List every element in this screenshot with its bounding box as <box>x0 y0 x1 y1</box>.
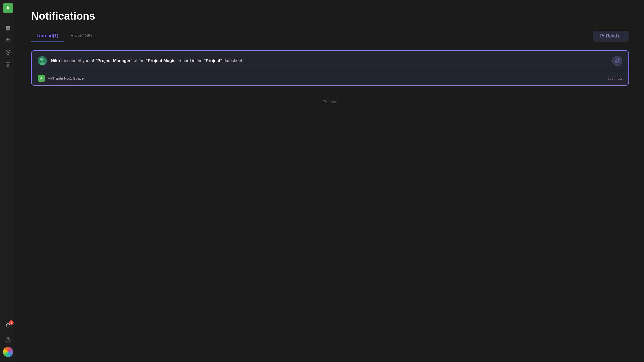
svg-rect-1 <box>8 26 10 28</box>
sidebar-gradient-avatar[interactable] <box>3 347 13 357</box>
sidebar-item-home[interactable] <box>3 23 13 33</box>
read-all-label: Read all <box>606 33 623 39</box>
notification-badge: 1 <box>9 320 14 325</box>
svg-point-8 <box>7 64 9 65</box>
space-name: APITable No.1 Space <box>48 76 608 80</box>
svg-point-13 <box>40 62 45 65</box>
notification-text: Niko mentioned you at "Project Manager" … <box>51 58 612 64</box>
timestamp: Just now <box>608 76 622 80</box>
tab-read[interactable]: Read(138) <box>64 30 98 42</box>
sidebar-item-shield[interactable] <box>3 59 13 69</box>
sidebar: A ⌄ <box>0 0 16 362</box>
sidebar-help-icon[interactable] <box>3 335 13 345</box>
chevron-down-icon[interactable]: ⌄ <box>7 15 10 19</box>
space-avatar: A <box>38 75 45 82</box>
notification-bell-button[interactable] <box>612 56 622 66</box>
tabs-row: Unread(1) Read(138) Read all <box>31 30 629 42</box>
svg-point-10 <box>8 341 8 341</box>
svg-rect-0 <box>6 26 8 28</box>
actor-name: Niko <box>51 58 60 63</box>
sidebar-item-users[interactable] <box>3 35 13 45</box>
niko-avatar <box>38 56 47 65</box>
main-content: Notifications Unread(1) Read(138) Read a… <box>16 0 644 362</box>
notification-card[interactable]: Niko mentioned you at "Project Manager" … <box>31 50 629 86</box>
end-label: The end <box>31 100 629 104</box>
svg-point-7 <box>8 52 9 53</box>
svg-point-5 <box>8 38 10 40</box>
notification-sub-row: A APITable No.1 Space Just now <box>32 71 628 85</box>
svg-rect-3 <box>8 28 10 30</box>
tab-unread[interactable]: Unread(1) <box>31 30 64 42</box>
bell-check-icon <box>599 34 604 38</box>
svg-point-14 <box>40 58 42 60</box>
tabs-container: Unread(1) Read(138) <box>31 30 98 42</box>
svg-point-4 <box>6 38 8 40</box>
read-all-button[interactable]: Read all <box>593 31 629 41</box>
sidebar-item-explore[interactable] <box>3 47 13 57</box>
notification-main-row: Niko mentioned you at "Project Manager" … <box>32 51 628 71</box>
page-title: Notifications <box>31 10 629 22</box>
user-avatar[interactable]: A <box>3 3 13 13</box>
notification-bell-wrapper: 1 <box>3 321 13 333</box>
svg-rect-2 <box>6 28 8 30</box>
